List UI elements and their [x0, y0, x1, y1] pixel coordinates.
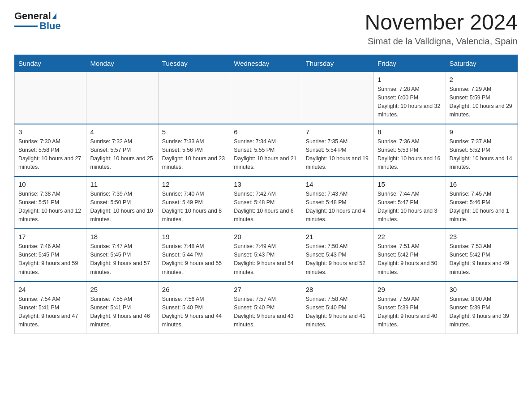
- location-subtitle: Simat de la Valldigna, Valencia, Spain: [365, 36, 518, 47]
- calendar-day-cell: 19Sunrise: 7:48 AMSunset: 5:44 PMDayligh…: [158, 229, 230, 281]
- weekday-header-wednesday: Wednesday: [230, 55, 302, 72]
- day-number: 7: [306, 128, 370, 136]
- day-number: 21: [306, 233, 370, 240]
- day-number: 6: [234, 128, 298, 136]
- day-info: Sunrise: 7:58 AMSunset: 5:40 PMDaylight:…: [306, 295, 370, 329]
- day-number: 19: [162, 233, 226, 240]
- title-block: November 2024 Simat de la Valldigna, Val…: [365, 11, 518, 47]
- calendar-day-cell: [15, 72, 86, 124]
- day-info: Sunrise: 7:45 AMSunset: 5:46 PMDaylight:…: [450, 190, 514, 224]
- calendar-day-cell: [230, 72, 302, 124]
- calendar-day-cell: 24Sunrise: 7:54 AMSunset: 5:41 PMDayligh…: [15, 282, 86, 334]
- weekday-header-friday: Friday: [374, 55, 446, 72]
- calendar-day-cell: 20Sunrise: 7:49 AMSunset: 5:43 PMDayligh…: [230, 229, 302, 281]
- calendar-week-row: 1Sunrise: 7:28 AMSunset: 6:00 PMDaylight…: [15, 72, 518, 124]
- calendar-week-row: 24Sunrise: 7:54 AMSunset: 5:41 PMDayligh…: [15, 282, 518, 334]
- day-number: 14: [306, 180, 370, 188]
- calendar-day-cell: 25Sunrise: 7:55 AMSunset: 5:41 PMDayligh…: [86, 282, 158, 334]
- day-number: 23: [450, 233, 514, 240]
- day-number: 13: [234, 180, 298, 188]
- weekday-header-sunday: Sunday: [15, 55, 86, 72]
- day-info: Sunrise: 7:56 AMSunset: 5:40 PMDaylight:…: [162, 295, 226, 329]
- day-number: 8: [378, 128, 442, 136]
- day-info: Sunrise: 7:37 AMSunset: 5:52 PMDaylight:…: [450, 137, 514, 171]
- calendar-day-cell: 3Sunrise: 7:30 AMSunset: 5:58 PMDaylight…: [15, 124, 86, 176]
- day-info: Sunrise: 7:38 AMSunset: 5:51 PMDaylight:…: [18, 190, 82, 224]
- day-info: Sunrise: 7:39 AMSunset: 5:50 PMDaylight:…: [90, 190, 154, 224]
- calendar-day-cell: 2Sunrise: 7:29 AMSunset: 5:59 PMDaylight…: [446, 72, 517, 124]
- day-number: 22: [378, 233, 442, 240]
- day-number: 1: [378, 76, 442, 83]
- day-number: 3: [18, 128, 82, 136]
- calendar-header-row: SundayMondayTuesdayWednesdayThursdayFrid…: [15, 55, 518, 72]
- day-number: 27: [234, 286, 298, 293]
- day-number: 15: [378, 180, 442, 188]
- day-info: Sunrise: 7:44 AMSunset: 5:47 PMDaylight:…: [378, 190, 442, 224]
- day-info: Sunrise: 7:33 AMSunset: 5:56 PMDaylight:…: [162, 137, 226, 171]
- day-number: 2: [450, 76, 514, 83]
- day-info: Sunrise: 7:53 AMSunset: 5:42 PMDaylight:…: [450, 242, 514, 276]
- calendar-day-cell: [158, 72, 230, 124]
- day-info: Sunrise: 7:47 AMSunset: 5:45 PMDaylight:…: [90, 242, 154, 276]
- calendar-day-cell: 27Sunrise: 7:57 AMSunset: 5:40 PMDayligh…: [230, 282, 302, 334]
- day-number: 26: [162, 286, 226, 293]
- day-number: 9: [450, 128, 514, 136]
- logo: General Blue: [14, 11, 61, 31]
- day-number: 16: [450, 180, 514, 188]
- day-info: Sunrise: 7:50 AMSunset: 5:43 PMDaylight:…: [306, 242, 370, 276]
- calendar-day-cell: 1Sunrise: 7:28 AMSunset: 6:00 PMDaylight…: [374, 72, 446, 124]
- logo-triangle-icon: [52, 13, 56, 19]
- day-number: 24: [18, 286, 82, 293]
- calendar-day-cell: [302, 72, 373, 124]
- weekday-header-saturday: Saturday: [446, 55, 517, 72]
- calendar-day-cell: 4Sunrise: 7:32 AMSunset: 5:57 PMDaylight…: [86, 124, 158, 176]
- day-number: 10: [18, 180, 82, 188]
- day-number: 4: [90, 128, 154, 136]
- weekday-header-monday: Monday: [86, 55, 158, 72]
- day-info: Sunrise: 7:43 AMSunset: 5:48 PMDaylight:…: [306, 190, 370, 224]
- calendar-week-row: 17Sunrise: 7:46 AMSunset: 5:45 PMDayligh…: [15, 229, 518, 281]
- day-info: Sunrise: 7:51 AMSunset: 5:42 PMDaylight:…: [378, 242, 442, 276]
- day-info: Sunrise: 7:49 AMSunset: 5:43 PMDaylight:…: [234, 242, 298, 276]
- month-title: November 2024: [365, 11, 518, 34]
- day-number: 12: [162, 180, 226, 188]
- day-info: Sunrise: 7:36 AMSunset: 5:53 PMDaylight:…: [378, 137, 442, 171]
- calendar-day-cell: 8Sunrise: 7:36 AMSunset: 5:53 PMDaylight…: [374, 124, 446, 176]
- page-header: General Blue November 2024 Simat de la V…: [14, 11, 518, 47]
- day-info: Sunrise: 7:30 AMSunset: 5:58 PMDaylight:…: [18, 137, 82, 171]
- day-info: Sunrise: 7:57 AMSunset: 5:40 PMDaylight:…: [234, 295, 298, 329]
- day-info: Sunrise: 8:00 AMSunset: 5:39 PMDaylight:…: [450, 295, 514, 329]
- weekday-header-tuesday: Tuesday: [158, 55, 230, 72]
- day-info: Sunrise: 7:29 AMSunset: 5:59 PMDaylight:…: [450, 85, 514, 119]
- day-number: 17: [18, 233, 82, 240]
- day-info: Sunrise: 7:59 AMSunset: 5:39 PMDaylight:…: [378, 295, 442, 329]
- calendar-day-cell: 30Sunrise: 8:00 AMSunset: 5:39 PMDayligh…: [446, 282, 517, 334]
- calendar-week-row: 3Sunrise: 7:30 AMSunset: 5:58 PMDaylight…: [15, 124, 518, 176]
- calendar-day-cell: 22Sunrise: 7:51 AMSunset: 5:42 PMDayligh…: [374, 229, 446, 281]
- day-info: Sunrise: 7:54 AMSunset: 5:41 PMDaylight:…: [18, 295, 82, 329]
- day-number: 28: [306, 286, 370, 293]
- calendar-day-cell: 17Sunrise: 7:46 AMSunset: 5:45 PMDayligh…: [15, 229, 86, 281]
- day-number: 20: [234, 233, 298, 240]
- day-number: 25: [90, 286, 154, 293]
- calendar-day-cell: 13Sunrise: 7:42 AMSunset: 5:48 PMDayligh…: [230, 176, 302, 229]
- calendar-day-cell: 23Sunrise: 7:53 AMSunset: 5:42 PMDayligh…: [446, 229, 517, 281]
- logo-text-accent: Blue: [39, 21, 61, 31]
- day-number: 5: [162, 128, 226, 136]
- day-number: 29: [378, 286, 442, 293]
- day-info: Sunrise: 7:40 AMSunset: 5:49 PMDaylight:…: [162, 190, 226, 224]
- calendar-week-row: 10Sunrise: 7:38 AMSunset: 5:51 PMDayligh…: [15, 176, 518, 229]
- calendar-day-cell: 21Sunrise: 7:50 AMSunset: 5:43 PMDayligh…: [302, 229, 373, 281]
- day-info: Sunrise: 7:32 AMSunset: 5:57 PMDaylight:…: [90, 137, 154, 171]
- calendar-day-cell: 18Sunrise: 7:47 AMSunset: 5:45 PMDayligh…: [86, 229, 158, 281]
- calendar-day-cell: 9Sunrise: 7:37 AMSunset: 5:52 PMDaylight…: [446, 124, 517, 176]
- calendar-day-cell: 5Sunrise: 7:33 AMSunset: 5:56 PMDaylight…: [158, 124, 230, 176]
- calendar-day-cell: 16Sunrise: 7:45 AMSunset: 5:46 PMDayligh…: [446, 176, 517, 229]
- calendar-day-cell: 12Sunrise: 7:40 AMSunset: 5:49 PMDayligh…: [158, 176, 230, 229]
- calendar-day-cell: [86, 72, 158, 124]
- calendar-day-cell: 10Sunrise: 7:38 AMSunset: 5:51 PMDayligh…: [15, 176, 86, 229]
- calendar-day-cell: 29Sunrise: 7:59 AMSunset: 5:39 PMDayligh…: [374, 282, 446, 334]
- logo-line: [14, 26, 38, 27]
- weekday-header-thursday: Thursday: [302, 55, 373, 72]
- day-number: 11: [90, 180, 154, 188]
